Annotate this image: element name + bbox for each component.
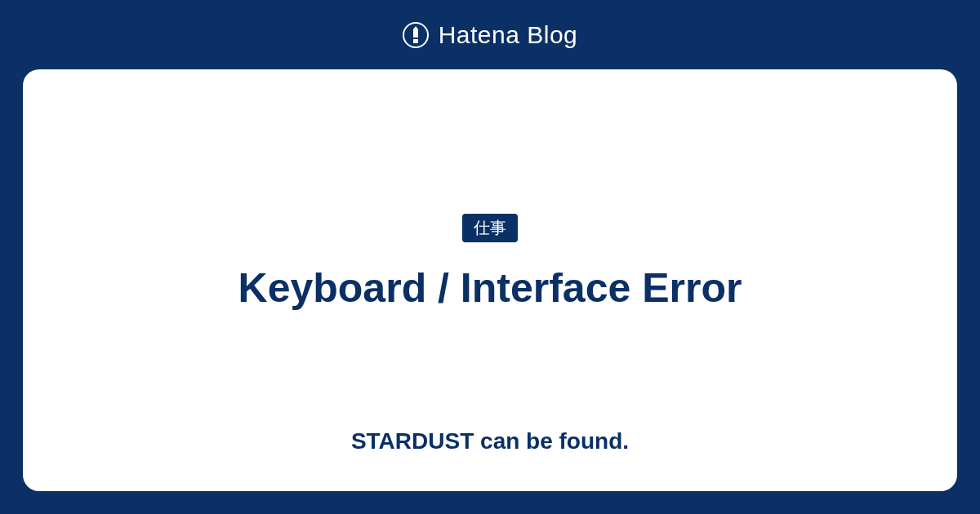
category-tag: 仕事: [462, 214, 518, 242]
center-block: 仕事 Keyboard / Interface Error: [238, 214, 742, 315]
blog-name: STARDUST can be found.: [351, 428, 629, 454]
svg-rect-1: [413, 39, 418, 43]
hatena-logo-icon: [403, 22, 429, 48]
content-card: 仕事 Keyboard / Interface Error STARDUST c…: [23, 69, 957, 491]
header: Hatena Blog: [0, 0, 980, 69]
article-title: Keyboard / Interface Error: [238, 262, 742, 315]
brand-name: Hatena Blog: [439, 21, 578, 49]
